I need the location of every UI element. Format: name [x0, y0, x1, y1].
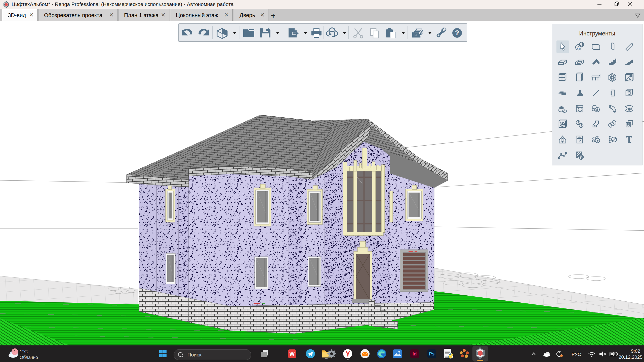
svg-text:?: ? [455, 29, 459, 37]
svg-text:РУС: РУС [572, 352, 581, 357]
svg-text:Поиск: Поиск [187, 352, 202, 357]
svg-text:1: 1 [14, 349, 16, 354]
svg-text:Облачно: Облачно [20, 355, 38, 360]
svg-text:1°C: 1°C [20, 349, 28, 354]
svg-text:W: W [290, 351, 295, 357]
svg-text:Ps: Ps [429, 351, 434, 356]
svg-text:A: A [577, 45, 580, 50]
svg-text:9:02: 9:02 [631, 348, 640, 354]
svg-text:Id: Id [413, 351, 417, 356]
svg-text:20.12.2025: 20.12.2025 [619, 354, 642, 360]
